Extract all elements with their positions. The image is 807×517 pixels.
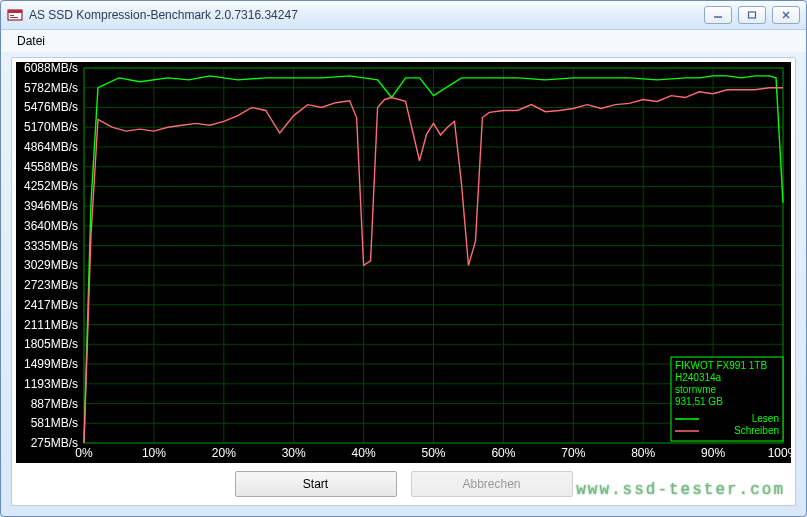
client-area: 275MB/s581MB/s887MB/s1193MB/s1499MB/s180… bbox=[11, 57, 796, 506]
svg-text:3335MB/s: 3335MB/s bbox=[24, 239, 78, 253]
svg-text:10%: 10% bbox=[142, 446, 166, 460]
svg-text:100%: 100% bbox=[768, 446, 791, 460]
svg-rect-3 bbox=[10, 17, 18, 18]
svg-text:4252MB/s: 4252MB/s bbox=[24, 179, 78, 193]
svg-text:FIKWOT FX991 1TB: FIKWOT FX991 1TB bbox=[675, 360, 767, 371]
svg-text:Schreiben: Schreiben bbox=[734, 425, 779, 436]
button-row: Start Abbrechen www.ssd-tester.com bbox=[12, 463, 795, 505]
menu-file[interactable]: Datei bbox=[9, 32, 53, 50]
svg-text:887MB/s: 887MB/s bbox=[31, 397, 78, 411]
svg-text:70%: 70% bbox=[561, 446, 585, 460]
svg-text:stornvme: stornvme bbox=[675, 384, 717, 395]
svg-text:Lesen: Lesen bbox=[752, 413, 779, 424]
svg-text:80%: 80% bbox=[631, 446, 655, 460]
svg-rect-2 bbox=[10, 15, 14, 16]
start-button[interactable]: Start bbox=[235, 471, 397, 497]
minimize-button[interactable] bbox=[704, 6, 732, 24]
svg-text:4558MB/s: 4558MB/s bbox=[24, 160, 78, 174]
chart-svg: 275MB/s581MB/s887MB/s1193MB/s1499MB/s180… bbox=[16, 62, 791, 463]
app-icon bbox=[7, 7, 23, 23]
window-controls bbox=[704, 6, 800, 24]
svg-text:2417MB/s: 2417MB/s bbox=[24, 298, 78, 312]
svg-text:931,51 GB: 931,51 GB bbox=[675, 396, 723, 407]
svg-text:60%: 60% bbox=[491, 446, 515, 460]
svg-text:275MB/s: 275MB/s bbox=[31, 436, 78, 450]
svg-text:1193MB/s: 1193MB/s bbox=[24, 377, 78, 391]
svg-text:3029MB/s: 3029MB/s bbox=[24, 258, 78, 272]
chart: 275MB/s581MB/s887MB/s1193MB/s1499MB/s180… bbox=[16, 62, 791, 463]
svg-rect-1 bbox=[8, 10, 22, 13]
svg-text:581MB/s: 581MB/s bbox=[31, 416, 78, 430]
svg-text:6088MB/s: 6088MB/s bbox=[24, 62, 78, 75]
svg-text:5476MB/s: 5476MB/s bbox=[24, 100, 78, 114]
titlebar: AS SSD Kompression-Benchmark 2.0.7316.34… bbox=[1, 1, 806, 30]
svg-text:5170MB/s: 5170MB/s bbox=[24, 120, 78, 134]
svg-text:2723MB/s: 2723MB/s bbox=[24, 278, 78, 292]
svg-text:2111MB/s: 2111MB/s bbox=[24, 318, 78, 332]
close-button[interactable] bbox=[772, 6, 800, 24]
window-title: AS SSD Kompression-Benchmark 2.0.7316.34… bbox=[29, 8, 704, 22]
svg-rect-5 bbox=[749, 12, 756, 18]
abort-button: Abbrechen bbox=[411, 471, 573, 497]
svg-text:0%: 0% bbox=[75, 446, 93, 460]
svg-text:3946MB/s: 3946MB/s bbox=[24, 199, 78, 213]
svg-text:30%: 30% bbox=[282, 446, 306, 460]
svg-text:H240314a: H240314a bbox=[675, 372, 722, 383]
app-window: AS SSD Kompression-Benchmark 2.0.7316.34… bbox=[0, 0, 807, 517]
svg-text:4864MB/s: 4864MB/s bbox=[24, 140, 78, 154]
svg-text:40%: 40% bbox=[352, 446, 376, 460]
svg-text:3640MB/s: 3640MB/s bbox=[24, 219, 78, 233]
svg-text:90%: 90% bbox=[701, 446, 725, 460]
menubar: Datei bbox=[1, 30, 806, 52]
svg-text:1499MB/s: 1499MB/s bbox=[24, 357, 78, 371]
maximize-button[interactable] bbox=[738, 6, 766, 24]
svg-text:1805MB/s: 1805MB/s bbox=[24, 337, 78, 351]
watermark: www.ssd-tester.com bbox=[576, 481, 785, 499]
svg-text:20%: 20% bbox=[212, 446, 236, 460]
svg-text:5782MB/s: 5782MB/s bbox=[24, 81, 78, 95]
svg-text:50%: 50% bbox=[421, 446, 445, 460]
